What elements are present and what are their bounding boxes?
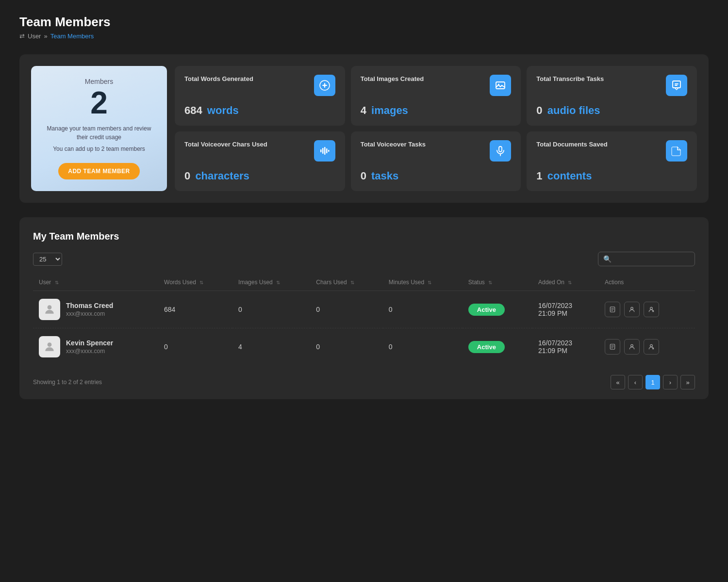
page-title: Team Members xyxy=(19,15,709,30)
stat-title-voiceover-tasks: Total Voiceover Tasks xyxy=(361,140,426,149)
table-row: Thomas Creed xxx@xxxx.com 684 0 0 0 Acti… xyxy=(33,291,695,328)
add-team-member-button[interactable]: ADD TEAM MEMBER xyxy=(58,163,140,179)
sort-icon-minutes[interactable]: ⇅ xyxy=(428,280,431,285)
search-input[interactable] xyxy=(615,256,690,263)
table-controls: 25 50 100 🔍 xyxy=(33,252,695,266)
breadcrumb-icon: ⇄ xyxy=(19,32,25,40)
stats-container: Members 2 Manage your team members and r… xyxy=(19,54,709,203)
action-user-1[interactable] xyxy=(624,339,640,355)
sort-icon-status[interactable]: ⇅ xyxy=(488,280,492,285)
col-chars: Chars Used ⇅ xyxy=(310,274,383,291)
breadcrumb-separator: » xyxy=(44,32,47,40)
svg-point-12 xyxy=(48,305,52,309)
action-report-0[interactable] xyxy=(605,302,620,317)
user-name-0: Thomas Creed xyxy=(66,302,113,309)
svg-point-20 xyxy=(631,344,633,347)
action-remove-0[interactable] xyxy=(644,302,659,317)
svg-point-1 xyxy=(323,84,326,87)
stat-icon-voiceover-chars xyxy=(314,140,335,162)
search-icon: 🔍 xyxy=(603,255,612,263)
stat-num-voiceover-chars: 0 xyxy=(184,170,190,182)
stat-card-images: Total Images Created 4 images xyxy=(351,66,521,126)
svg-point-14 xyxy=(631,307,633,309)
col-actions: Actions xyxy=(599,274,695,291)
action-report-1[interactable] xyxy=(605,339,620,355)
col-words: Words Used ⇅ xyxy=(158,274,232,291)
action-user-0[interactable] xyxy=(624,302,640,317)
words-used-1: 0 xyxy=(158,328,232,366)
stat-card-words: Total Words Generated 684 words xyxy=(175,66,345,126)
status-badge-1: Active xyxy=(468,341,505,353)
stat-title-voiceover-chars: Total Voiceover Chars Used xyxy=(184,140,267,149)
stat-icon-words xyxy=(314,75,335,96)
stat-title-documents: Total Documents Saved xyxy=(536,140,607,149)
user-email-0: xxx@xxxx.com xyxy=(66,310,113,317)
user-cell-1: Kevin Spencer xxx@xxxx.com xyxy=(39,336,152,357)
stat-num-transcribe: 0 xyxy=(536,104,542,116)
svg-rect-7 xyxy=(324,147,326,155)
pagination-first[interactable]: « xyxy=(611,375,625,389)
members-desc2: You can add up to 2 team members xyxy=(53,145,145,153)
pagination-prev[interactable]: ‹ xyxy=(628,375,643,389)
sort-icon-added-on[interactable]: ⇅ xyxy=(568,280,572,285)
action-remove-1[interactable] xyxy=(644,339,659,355)
breadcrumb-current: Team Members xyxy=(50,32,94,40)
stat-num-images: 4 xyxy=(361,104,366,116)
stat-card-transcribe: Total Transcribe Tasks 0 audio files xyxy=(527,66,697,126)
svg-rect-4 xyxy=(673,81,680,88)
breadcrumb: ⇄ User » Team Members xyxy=(19,32,709,40)
words-used-0: 684 xyxy=(158,291,232,328)
col-minutes: Minutes Used ⇅ xyxy=(383,274,463,291)
col-user: User ⇅ xyxy=(33,274,158,291)
search-box: 🔍 xyxy=(598,252,695,266)
pagination-last[interactable]: » xyxy=(680,375,695,389)
sort-icon-images[interactable]: ⇅ xyxy=(276,280,280,285)
svg-rect-5 xyxy=(320,149,322,152)
chars-used-0: 0 xyxy=(310,291,383,328)
stat-icon-transcribe xyxy=(666,75,687,96)
avatar-0 xyxy=(39,299,60,320)
svg-rect-6 xyxy=(322,148,324,154)
team-section-title: My Team Members xyxy=(33,231,695,242)
stat-title-images: Total Images Created xyxy=(361,75,424,83)
svg-point-15 xyxy=(650,307,653,309)
stat-unit-images: images xyxy=(371,104,408,116)
stat-unit-words: words xyxy=(207,104,239,116)
table-footer: Showing 1 to 2 of 2 entries « ‹ 1 › » xyxy=(33,375,695,389)
stat-card-documents: Total Documents Saved 1 contents xyxy=(527,131,697,191)
sort-icon-chars[interactable]: ⇅ xyxy=(350,280,354,285)
actions-cell-1 xyxy=(605,339,689,355)
stats-grid: Total Words Generated 684 words Total Im… xyxy=(175,66,697,191)
pagination: « ‹ 1 › » xyxy=(611,375,695,389)
members-count: 2 xyxy=(90,87,108,118)
status-cell-0: Active xyxy=(463,291,532,328)
status-cell-1: Active xyxy=(463,328,532,366)
stat-unit-voiceover-tasks: tasks xyxy=(371,170,398,182)
stat-num-documents: 1 xyxy=(536,170,542,182)
svg-rect-9 xyxy=(328,150,330,152)
showing-text: Showing 1 to 2 of 2 entries xyxy=(33,379,102,386)
sort-icon-words[interactable]: ⇅ xyxy=(199,280,203,285)
stat-card-voiceover-tasks: Total Voiceover Tasks 0 tasks xyxy=(351,131,521,191)
stat-unit-voiceover-chars: characters xyxy=(195,170,249,182)
added-on-0: 16/07/202321:09 PM xyxy=(532,291,599,328)
avatar-1 xyxy=(39,336,60,357)
svg-rect-2 xyxy=(496,82,505,89)
images-used-0: 0 xyxy=(232,291,310,328)
pagination-next[interactable]: › xyxy=(663,375,678,389)
chars-used-1: 0 xyxy=(310,328,383,366)
pagination-page-1[interactable]: 1 xyxy=(645,375,660,389)
minutes-used-0: 0 xyxy=(383,291,463,328)
sort-icon-user[interactable]: ⇅ xyxy=(55,280,59,285)
stat-num-words: 684 xyxy=(184,104,202,116)
col-images: Images Used ⇅ xyxy=(232,274,310,291)
images-used-1: 4 xyxy=(232,328,310,366)
added-on-1: 16/07/202321:09 PM xyxy=(532,328,599,366)
stat-num-voiceover-tasks: 0 xyxy=(361,170,366,182)
col-status: Status ⇅ xyxy=(463,274,532,291)
stat-unit-documents: contents xyxy=(547,170,592,182)
stat-card-voiceover-chars: Total Voiceover Chars Used 0 characters xyxy=(175,131,345,191)
members-card: Members 2 Manage your team members and r… xyxy=(31,66,167,191)
members-label: Members xyxy=(85,78,113,85)
per-page-select[interactable]: 25 50 100 xyxy=(33,253,62,266)
